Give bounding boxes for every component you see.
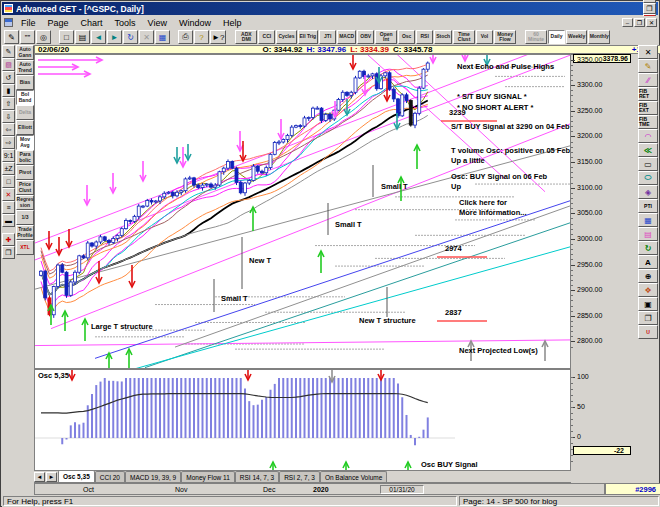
study-button-rsi[interactable]: RSI [416, 30, 433, 44]
auto-run-icon[interactable]: ↻ [638, 241, 658, 255]
menu-window[interactable]: Window [173, 17, 217, 29]
study-button-cci[interactable]: CCI [258, 30, 275, 44]
study-button-jti[interactable]: JTI [319, 30, 336, 44]
more-information-link[interactable]: More Information... [459, 208, 527, 217]
study-toggle-mov-avg[interactable]: Mov Avg [16, 135, 34, 150]
scroll-right-icon[interactable]: ⇨ [2, 136, 15, 149]
fib-extension-icon[interactable]: FIB EXT [638, 101, 658, 115]
more-information-link[interactable]: Click here for [459, 198, 507, 207]
delete-page-icon[interactable]: ✕ [139, 30, 154, 44]
study-toggle-para-bolic[interactable]: Para bolic [16, 150, 34, 165]
gann-colors-icon[interactable]: ▨ [2, 58, 15, 71]
study-toggle-auto-trend[interactable]: Auto Trend [16, 60, 34, 75]
tab-rsi-14-7-3[interactable]: RSI 14, 7, 3 [235, 471, 279, 482]
menu-page[interactable]: Page [42, 17, 75, 29]
delete-lines-icon[interactable]: ✕ [2, 188, 15, 201]
child-close-button[interactable]: ✕ [646, 18, 657, 27]
frame-icon[interactable]: ▣ [638, 297, 658, 311]
tab-rsi-2-7-3[interactable]: RSI 2, 7, 3 [279, 471, 320, 482]
trendline-icon[interactable]: ∕∕ [638, 73, 658, 87]
zoom-reset-icon[interactable]: ↺ [2, 71, 15, 84]
page-setup-icon[interactable]: ▦ [155, 30, 170, 44]
maximize-button[interactable]: ❐ [643, 3, 656, 14]
box-select-icon[interactable]: □ [2, 175, 15, 188]
study-button-money-flow[interactable]: Money Flow [494, 30, 516, 44]
study-block-icon[interactable]: ▮ [2, 84, 15, 97]
scroll-down-icon[interactable]: ⇩ [2, 110, 15, 123]
prev-page-icon[interactable]: ◄ [91, 30, 106, 44]
study-toggle-price-clust[interactable]: Price Clust [16, 180, 34, 195]
menu-file[interactable]: File [15, 17, 42, 29]
mob-stripes-icon[interactable]: ▤ [638, 227, 658, 241]
compress-bars-icon[interactable]: ±Z [2, 162, 15, 175]
zoom-tool-icon[interactable]: ◎ [36, 30, 51, 44]
study-toggle-bol-band[interactable]: Bol Band [16, 90, 34, 105]
child-minimize-button[interactable]: – [622, 18, 633, 27]
study-button-cycles[interactable]: Cycles [276, 30, 296, 44]
refresh-page-icon[interactable]: ↻ [123, 30, 138, 44]
study-button-obv[interactable]: OBV [357, 30, 374, 44]
next-page-icon[interactable]: ► [107, 30, 122, 44]
rectangle-icon[interactable]: ▭ [638, 157, 658, 171]
candlestick-chart-canvas[interactable]: 323929742837Next Echo and Pulse Highs* S… [35, 55, 570, 368]
timeframe-daily[interactable]: Daily [548, 30, 565, 44]
snapshot-icon[interactable]: ❐ [2, 246, 15, 259]
bar-ratio-icon[interactable]: 9:1 [2, 149, 15, 162]
copy-icon[interactable]: ❐ [638, 311, 658, 325]
add-study-icon[interactable]: ✚ [2, 233, 15, 246]
study-toggle-pivot[interactable]: Pivot [16, 165, 34, 180]
study-toggle-regres-sion[interactable]: Regres sion [16, 195, 34, 210]
print-icon[interactable]: ⎙ [178, 30, 193, 44]
study-button-time-clust[interactable]: Time Clust [453, 30, 475, 44]
menu-tools[interactable]: Tools [109, 17, 142, 29]
tab-on-balance-volume[interactable]: On Balance Volume [320, 471, 387, 482]
draw-pen-icon[interactable]: ✎ [2, 45, 15, 58]
new-page-icon[interactable]: □ [59, 30, 74, 44]
help-icon[interactable]: ? [194, 30, 209, 44]
timeframe-weekly[interactable]: Weekly [566, 30, 587, 44]
study-toggle-xtl[interactable]: XTL [16, 240, 34, 255]
elliott-waves-icon[interactable]: ≪ [638, 143, 658, 157]
tab-cci-20[interactable]: CCI 20 [95, 471, 125, 482]
study-button-open-int[interactable]: Open Int [375, 30, 397, 44]
menu-view[interactable]: View [142, 17, 173, 29]
make-or-break-icon[interactable]: ◈ [638, 185, 658, 199]
oscillator-panel[interactable]: Osc BUY Signal Osc 5,35 [34, 369, 571, 471]
timeframe-monthly[interactable]: Monthly [588, 30, 610, 44]
title-bar[interactable]: Advanced GET - [^GSPC, Daily] –❐✕ [2, 2, 658, 15]
tab-scroll-right[interactable]: ► [46, 472, 57, 482]
horizontal-lines-icon[interactable]: ≡ [2, 201, 15, 214]
tab-osc-5-35[interactable]: Osc 5,35 [58, 470, 95, 482]
study-button-stoch[interactable]: Stoch [434, 30, 452, 44]
text-tool-icon[interactable]: A [638, 255, 658, 269]
gann-circle-icon[interactable]: ◠ [638, 129, 658, 143]
study-toggle-trade-profile[interactable]: Trade Profile [16, 225, 34, 240]
menu-chart[interactable]: Chart [75, 17, 109, 29]
study-button-vol[interactable]: Vol [476, 30, 493, 44]
menu-help[interactable]: Help [217, 17, 248, 29]
chart-area[interactable]: 323929742837Next Echo and Pulse Highs* S… [34, 54, 571, 369]
page-list-icon[interactable]: ▤ [75, 30, 90, 44]
fib-retracement-icon[interactable]: FIB RET [638, 87, 658, 101]
study-toggle-auto-gann[interactable]: Auto Gann [16, 45, 34, 60]
study-button-macd[interactable]: MACD [337, 30, 356, 44]
pti-icon[interactable]: PTI [638, 199, 658, 213]
paint-icon[interactable]: ❖ [638, 283, 658, 297]
study-button-adx-dmi[interactable]: ADX DMI [235, 30, 257, 44]
tag-icon[interactable]: ▬ [2, 214, 15, 227]
tab-macd-19-39-9[interactable]: MACD 19, 39, 9 [125, 471, 181, 482]
quote-page-icon[interactable]: ”” [20, 30, 35, 44]
undo-icon[interactable]: U [638, 325, 658, 339]
child-restore-button[interactable]: ❐ [634, 18, 645, 27]
oscillator-canvas[interactable]: Osc BUY Signal [35, 370, 570, 470]
zoom-in-icon[interactable]: ⊕ [638, 269, 658, 283]
pen-tool-icon[interactable]: ✎ [4, 30, 19, 44]
scroll-left-icon[interactable]: ⇦ [2, 123, 15, 136]
context-help-icon[interactable]: ►? [210, 30, 226, 44]
draw-pencil-icon[interactable]: ✎ [638, 59, 658, 73]
study-button-osc[interactable]: Osc [398, 30, 415, 44]
study-button-ell-trig[interactable]: Ell Trig [298, 30, 319, 44]
grid-icon[interactable]: ▦ [638, 213, 658, 227]
ellipse-icon[interactable]: ⬭ [638, 171, 658, 185]
study-toggle-elliott[interactable]: Elliott [16, 120, 34, 135]
